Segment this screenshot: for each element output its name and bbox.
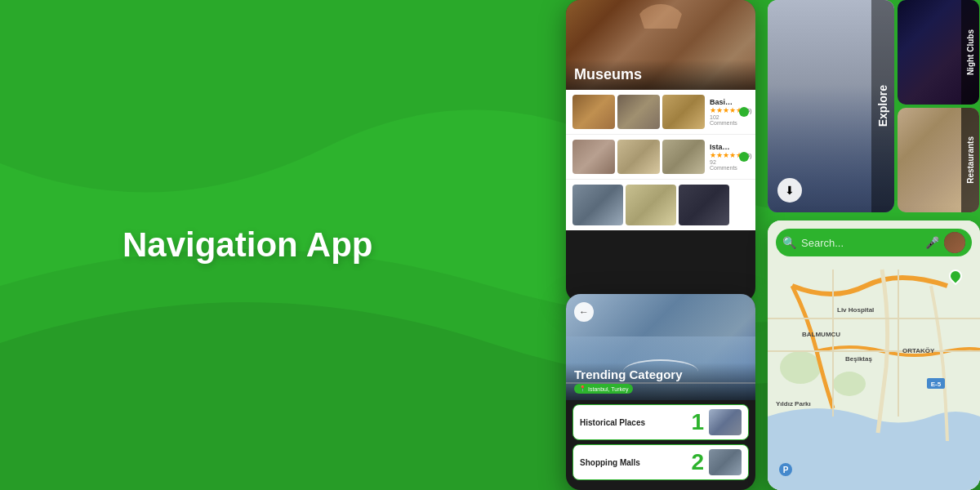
user-avatar[interactable] — [944, 232, 965, 253]
trending-location-badge: 📍 Istanbul, Turkey — [574, 384, 633, 394]
trending-thumb-2 — [709, 449, 742, 475]
museum-thumbs-1 — [572, 95, 705, 129]
museum-third-row — [566, 180, 755, 230]
museums-header: Museums — [566, 0, 755, 90]
phone-trending: ← Trending Category 📍 Istanbul, Turkey H… — [566, 294, 755, 490]
explore-nightclubs[interactable]: Night Clubs — [898, 0, 979, 105]
museum-thumb-1a — [572, 95, 615, 129]
museum-thumb-columns — [626, 185, 676, 225]
main-title: Navigation App — [122, 225, 372, 265]
explore-restaurants[interactable]: Restaurants — [898, 108, 979, 212]
explore-panel: ⬇ Explore Night Clubs Restaurants — [768, 0, 980, 212]
map-search-text: Search... — [801, 237, 920, 249]
restaurants-label-container: Restaurants — [961, 108, 979, 212]
trending-thumb-1 — [709, 409, 742, 435]
museum-stars-1: ★★★★★ — [710, 106, 742, 114]
map-panel: P E-5 Beşiktaş BALMUMCU ORTAKÖY Liv Hosp… — [768, 220, 980, 490]
trending-location-text: Istanbul, Turkey — [588, 386, 628, 392]
museums-title-overlay: Museums — [566, 60, 755, 90]
mic-icon[interactable]: 🎤 — [925, 236, 939, 249]
museum-thumb-1c — [662, 95, 705, 129]
svg-point-3 — [833, 372, 866, 396]
museums-title: Museums — [574, 66, 747, 83]
phone-museums: Museums Basilica Cistern ★★★★★ (5) 102 C… — [566, 0, 755, 302]
museum-thumb-2a — [572, 140, 615, 174]
trending-num-1: 1 — [691, 411, 704, 434]
map-label-ortakoy: ORTAKÖY — [902, 347, 934, 354]
trending-item-2[interactable]: Shopping Malls 2 — [572, 444, 749, 480]
museum-name-1: Basilica Cistern — [710, 98, 734, 106]
svg-point-2 — [780, 351, 821, 384]
trending-label-2: Shopping Malls — [580, 458, 686, 467]
museum-rating-1: ★★★★★ (5) — [710, 106, 734, 114]
museum-item-2[interactable]: Istanbul Archaeology Museum ★★★★★ (5) 92… — [566, 135, 755, 180]
map-search-bar[interactable]: 🔍 Search... 🎤 — [776, 229, 972, 256]
trending-num-2: 2 — [691, 451, 704, 474]
download-icon: ⬇ — [785, 184, 795, 197]
museum-comments-2: 92 Comments — [710, 159, 734, 171]
nightclubs-label: Night Clubs — [966, 29, 975, 75]
map-label-balmumcu: BALMUMCU — [802, 331, 840, 338]
museum-thumb-dark — [679, 185, 729, 225]
trending-overlay: Trending Category 📍 Istanbul, Turkey — [566, 363, 755, 400]
map-label-yildiz: Yıldız Parkı — [776, 400, 811, 408]
explore-label: Explore — [876, 85, 889, 127]
nightclubs-label-container: Night Clubs — [961, 0, 979, 105]
museum-thumb-gate — [572, 185, 623, 225]
search-icon: 🔍 — [782, 236, 796, 249]
museum-info-2: Istanbul Archaeology Museum ★★★★★ (5) 92… — [710, 143, 734, 171]
museum-item-1[interactable]: Basilica Cistern ★★★★★ (5) 102 Comments — [566, 90, 755, 135]
trending-label-1: Historical Places — [580, 418, 686, 427]
trending-title: Trending Category — [574, 368, 747, 381]
trending-location: 📍 Istanbul, Turkey — [574, 384, 747, 394]
museum-thumb-2b — [617, 140, 660, 174]
museum-comments-1: 102 Comments — [710, 114, 734, 126]
museum-dot-2 — [739, 152, 749, 162]
map-label-besiktas: Beşiktaş — [845, 355, 872, 363]
museum-thumb-1b — [617, 95, 660, 129]
museum-thumb-2c — [662, 140, 705, 174]
svg-text:E-5: E-5 — [931, 381, 942, 388]
museum-name-2: Istanbul Archaeology Museum — [710, 143, 734, 151]
museum-rating-2: ★★★★★ (5) — [710, 151, 734, 159]
explore-side-items: Night Clubs Restaurants — [898, 0, 979, 212]
trending-header: ← Trending Category 📍 Istanbul, Turkey — [566, 294, 755, 400]
restaurants-label: Restaurants — [966, 136, 975, 184]
museum-dot-1 — [739, 107, 749, 117]
map-svg: P E-5 — [768, 220, 980, 490]
explore-main-image[interactable]: ⬇ Explore — [768, 0, 894, 212]
svg-text:P: P — [783, 466, 789, 474]
map-content[interactable]: P E-5 Beşiktaş BALMUMCU ORTAKÖY Liv Hosp… — [768, 220, 980, 490]
explore-label-container: Explore — [871, 0, 894, 212]
map-label-hospital: Liv Hospital — [837, 306, 874, 314]
trending-item-1[interactable]: Historical Places 1 — [572, 404, 749, 440]
museum-thumbs-2 — [572, 140, 705, 174]
trending-back-button[interactable]: ← — [574, 302, 594, 322]
explore-download-button[interactable]: ⬇ — [777, 178, 802, 203]
location-pin-icon: 📍 — [579, 385, 586, 392]
museum-info-1: Basilica Cistern ★★★★★ (5) 102 Comments — [710, 98, 734, 126]
museum-stars-2: ★★★★★ — [710, 151, 742, 159]
